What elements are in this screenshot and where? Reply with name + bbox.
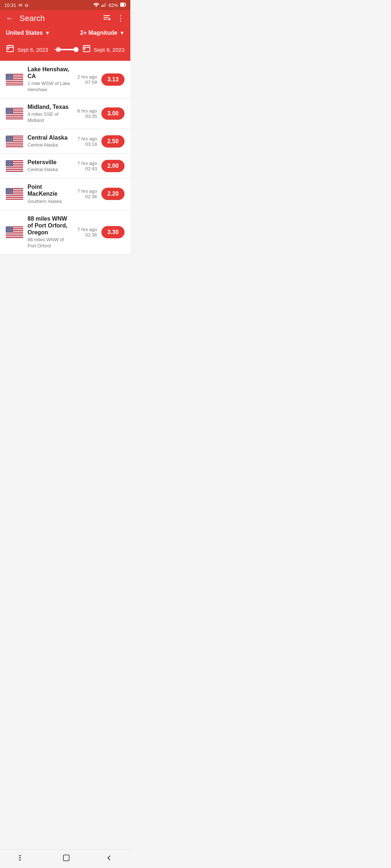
date-slider[interactable]	[48, 49, 82, 50]
svg-point-192	[9, 189, 10, 190]
end-date-item[interactable]: Sept 8, 2023	[82, 44, 125, 55]
svg-point-47	[11, 77, 12, 77]
magnitude-badge: 3.30	[101, 226, 125, 238]
country-dropdown-arrow: ▼	[45, 30, 50, 36]
svg-point-57	[6, 79, 7, 80]
svg-point-43	[12, 76, 12, 76]
svg-point-121	[9, 137, 10, 138]
svg-point-81	[9, 110, 10, 111]
svg-point-117	[10, 137, 10, 137]
earthquake-location: Point MacKenzie	[28, 183, 73, 197]
svg-point-249	[8, 230, 8, 231]
svg-point-84	[7, 111, 8, 111]
svg-point-35	[7, 75, 8, 76]
svg-point-133	[7, 140, 8, 141]
svg-point-202	[10, 190, 11, 191]
app-header: ← Search ⋮	[0, 10, 130, 27]
svg-point-46	[10, 77, 10, 77]
earthquake-item[interactable]: Central Alaska Central Alaska 7 hrs ago …	[0, 129, 130, 154]
earthquake-sublocation: Central Alaska	[28, 167, 73, 173]
more-button[interactable]: ⋮	[117, 14, 125, 23]
svg-point-115	[7, 137, 8, 137]
earthquake-item[interactable]: Point MacKenzie Southern Alaska 7 hrs ag…	[0, 178, 130, 210]
earthquake-list: Lake Henshaw, CA 1 mile WSW of Lake Hens…	[0, 61, 130, 255]
svg-point-239	[6, 228, 7, 229]
svg-point-49	[8, 77, 8, 78]
magnitude-label: 2+ Magnitude	[80, 30, 117, 36]
svg-point-198	[11, 190, 12, 190]
svg-point-79	[6, 110, 7, 111]
svg-rect-106	[6, 142, 23, 142]
earthquake-item[interactable]: Midland, Texas 4 miles SSE of Midland 6 …	[0, 98, 130, 129]
time-clock: 02:43	[77, 166, 97, 171]
time-ago: 2 hrs ago	[77, 74, 97, 80]
svg-point-86	[10, 111, 10, 111]
svg-rect-2	[102, 4, 104, 7]
svg-point-166	[10, 163, 10, 164]
earthquake-info: Central Alaska Central Alaska	[28, 134, 73, 148]
battery-percent: 82%	[109, 3, 118, 8]
svg-point-138	[8, 141, 8, 142]
magnitude-filter[interactable]: 2+ Magnitude ▼	[80, 30, 125, 36]
svg-point-80	[8, 110, 8, 111]
svg-point-153	[10, 161, 11, 161]
svg-point-197	[10, 190, 10, 190]
svg-point-175	[10, 165, 10, 165]
svg-point-132	[12, 139, 12, 140]
svg-rect-147	[6, 168, 23, 169]
svg-point-168	[6, 164, 7, 165]
svg-point-136	[11, 140, 12, 141]
svg-point-221	[12, 193, 12, 194]
svg-rect-1	[101, 5, 102, 7]
svg-point-38	[11, 75, 12, 76]
svg-point-240	[8, 228, 8, 229]
svg-rect-227	[6, 234, 23, 235]
svg-point-128	[6, 139, 7, 140]
country-filter[interactable]: United States ▼	[6, 30, 50, 36]
svg-point-90	[9, 111, 10, 112]
svg-point-53	[7, 78, 8, 79]
earthquake-item[interactable]: Lake Henshaw, CA 1 mile WSW of Lake Hens…	[0, 61, 130, 98]
earthquake-sublocation: 4 miles SSE of Midland	[28, 111, 73, 124]
time-ago: 6 hrs ago	[77, 108, 97, 114]
svg-point-77	[10, 109, 10, 110]
svg-point-122	[10, 137, 11, 138]
time-ago: 7 hrs ago	[77, 161, 97, 166]
svg-point-194	[12, 189, 12, 190]
svg-point-127	[11, 139, 12, 139]
svg-point-193	[10, 189, 11, 190]
earthquake-item[interactable]: 88 miles WNW of Port Orford, Oregon 88 m…	[0, 210, 130, 255]
svg-point-156	[8, 161, 9, 162]
svg-point-124	[7, 139, 8, 139]
svg-point-165	[8, 163, 9, 164]
svg-point-216	[11, 193, 12, 193]
svg-point-162	[10, 162, 11, 163]
svg-point-220	[10, 193, 11, 194]
svg-point-88	[6, 111, 7, 112]
svg-point-151	[8, 161, 8, 161]
svg-rect-16	[8, 48, 9, 50]
svg-rect-15	[11, 45, 12, 46]
country-flag	[6, 136, 23, 147]
svg-point-250	[9, 230, 10, 231]
earthquake-item[interactable]: Petersville Central Alaska 7 hrs ago 02:…	[0, 154, 130, 178]
status-time: 10:31	[4, 3, 16, 8]
svg-point-233	[10, 227, 11, 227]
sort-button[interactable]	[103, 14, 111, 23]
svg-point-61	[12, 79, 12, 80]
back-button[interactable]: ←	[6, 14, 14, 23]
svg-point-191	[8, 189, 8, 190]
svg-point-30	[6, 74, 7, 75]
svg-point-33	[10, 74, 11, 75]
svg-point-83	[12, 110, 12, 111]
svg-point-179	[9, 166, 10, 166]
svg-point-260	[10, 232, 11, 233]
svg-point-159	[6, 162, 7, 163]
start-date-item[interactable]: Sept 6, 2023	[6, 44, 48, 55]
time-clock: 03:35	[77, 114, 97, 119]
svg-point-243	[12, 228, 12, 229]
svg-point-206	[10, 191, 10, 192]
svg-point-112	[9, 136, 10, 137]
svg-point-245	[8, 229, 9, 230]
svg-point-91	[10, 111, 11, 112]
